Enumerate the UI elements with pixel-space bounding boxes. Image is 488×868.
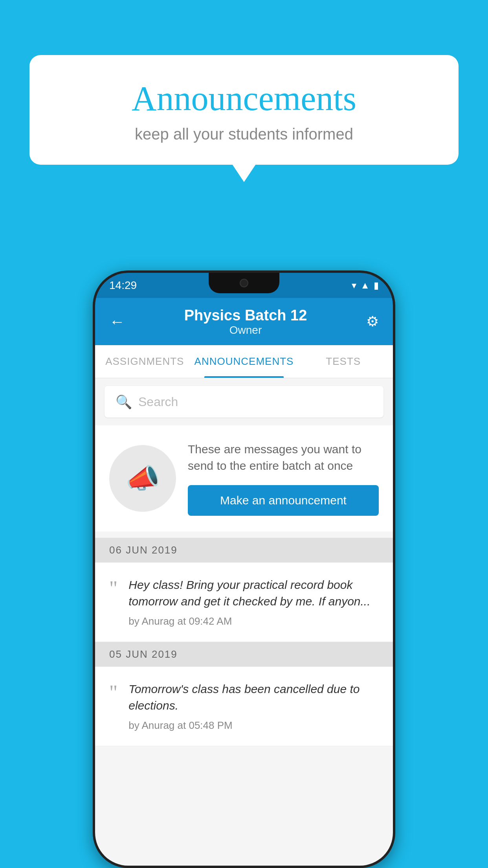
tab-announcements[interactable]: ANNOUNCEMENTS [194,345,294,378]
bubble-title: Announcements [53,79,435,118]
status-icons: ▾ ▲ ▮ [352,280,379,291]
back-button[interactable]: ← [109,313,125,331]
quote-icon-2: " [109,682,117,703]
announcement-item-1[interactable]: " Hey class! Bring your practical record… [95,563,393,642]
announcement-text-1: Hey class! Bring your practical record b… [128,577,379,610]
speech-bubble: Announcements keep all your students inf… [29,55,459,165]
promo-right: These are messages you want to send to t… [188,441,379,516]
search-bar[interactable]: 🔍 Search [105,386,383,417]
phone-camera [240,279,248,287]
announcement-meta-2: by Anurag at 05:48 PM [128,719,379,732]
bubble-subtitle: keep all your students informed [53,125,435,143]
app-bar-center: Physics Batch 12 Owner [184,307,307,337]
settings-button[interactable]: ⚙ [366,313,379,330]
side-button-right [394,391,395,434]
tab-tests[interactable]: TESTS [294,345,393,378]
promo-icon-circle: 📣 [109,445,176,512]
battery-icon: ▮ [374,280,379,291]
promo-description: These are messages you want to send to t… [188,441,379,474]
announcement-item-2[interactable]: " Tomorrow's class has been cancelled du… [95,667,393,746]
date-separator-1: 06 JUN 2019 [95,538,393,563]
side-button-left [93,406,94,434]
speech-bubble-section: Announcements keep all your students inf… [29,55,459,165]
announcement-text-area-2: Tomorrow's class has been cancelled due … [128,681,379,732]
announcement-text-area-1: Hey class! Bring your practical record b… [128,577,379,627]
app-bar-title: Physics Batch 12 [184,307,307,324]
announcement-meta-1: by Anurag at 09:42 AM [128,615,379,627]
content-area: 🔍 Search 📣 These are messages you want t… [95,378,393,866]
app-bar-subtitle: Owner [184,324,307,337]
search-placeholder: Search [138,395,178,409]
quote-icon-1: " [109,578,117,599]
search-icon: 🔍 [116,394,132,410]
phone-frame: 14:29 ▾ ▲ ▮ ← Physics Batch 12 Owner ⚙ A… [93,270,395,868]
signal-icon: ▲ [360,280,370,291]
make-announcement-button[interactable]: Make an announcement [188,485,379,516]
status-time: 14:29 [109,279,137,292]
app-bar: ← Physics Batch 12 Owner ⚙ [95,298,393,345]
date-separator-2: 05 JUN 2019 [95,642,393,667]
tab-assignments[interactable]: ASSIGNMENTS [95,345,194,378]
announcement-text-2: Tomorrow's class has been cancelled due … [128,681,379,714]
tabs-bar: ASSIGNMENTS ANNOUNCEMENTS TESTS [95,345,393,378]
wifi-icon: ▾ [352,280,356,291]
promo-card: 📣 These are messages you want to send to… [95,425,393,531]
phone-notch [209,273,279,293]
megaphone-icon: 📣 [126,462,160,495]
